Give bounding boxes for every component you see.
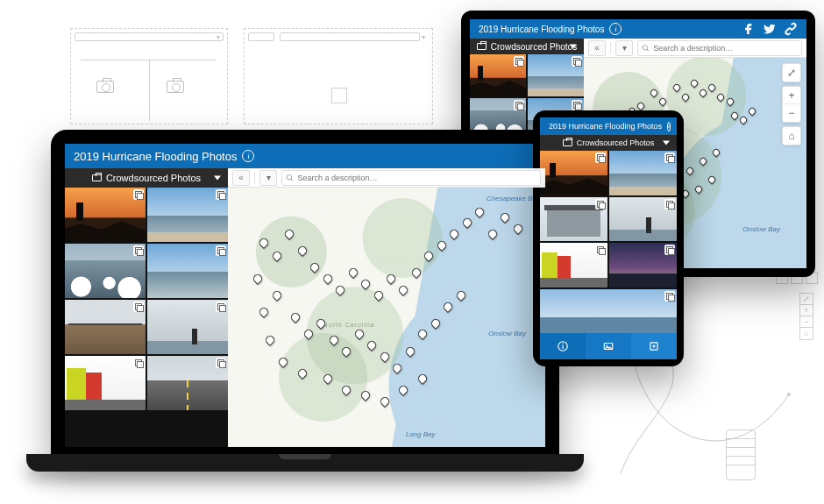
stack-icon [133,189,144,200]
app-title: 2019 Hurricane Flooding Photos [479,25,604,34]
photo-thumb[interactable] [147,188,228,242]
photo-thumb[interactable] [147,300,228,354]
photo-thumb[interactable] [609,151,677,195]
stack-icon [216,358,226,368]
device-laptop: 2019 Hurricane Flooding Photos i Crowdso… [51,130,559,456]
map-zoom-control[interactable]: +− [782,86,801,123]
photo-thumb[interactable] [470,54,526,96]
map-label: Chesapeake Bay [487,195,540,202]
svg-point-1 [787,393,791,396]
chevron-down-icon [663,141,670,146]
photo-thumb[interactable] [65,244,146,298]
stack-icon [216,302,226,312]
panel-title-bar[interactable]: Crowdsourced Photos [470,39,584,54]
map[interactable]: « ▾ Onslow Bay Long Bay Chesapeake Bay N… [228,168,545,447]
camera-icon [563,139,572,146]
filter-button[interactable]: ▾ [259,170,277,186]
stack-icon [572,100,582,110]
tab-add[interactable] [631,333,677,359]
photo-thumb[interactable] [528,54,584,96]
photo-thumb[interactable] [540,289,677,334]
tab-info[interactable] [540,333,586,359]
stack-icon [216,245,226,256]
map-toolbar: « ▾ [228,168,545,188]
laptop-notch [279,454,331,459]
stack-icon [216,189,226,200]
panel-title: Crowdsourced Photos [491,42,577,52]
panel-title-bar[interactable]: Crowdsourced Photos [65,168,228,188]
stack-icon [595,199,606,209]
search-input-wrap [637,40,802,56]
search-input[interactable] [298,174,536,182]
stack-icon [664,153,675,163]
wire-divider [149,60,150,121]
app-title: 2019 Hurricane Flooding Photos [549,122,662,131]
app-header: 2019 Hurricane Flooding Photos i [470,19,806,39]
map-expand-control[interactable]: ⤢ [782,63,801,82]
app-title: 2019 Hurricane Flooding Photos [74,150,237,163]
camera-icon [92,174,102,181]
photo-thumb[interactable] [65,188,146,242]
wire-panel-b: ▾ [244,28,433,124]
stack-icon [664,245,675,255]
wire-phone [726,429,756,480]
camera-icon [477,43,487,50]
stack-icon [514,100,524,110]
wire-mini-zoomstack: ⤢ + − ⌂ [799,291,813,340]
svg-rect-3 [562,345,563,349]
panel-title: Crowdsourced Photos [106,173,201,183]
stack-icon [664,199,675,209]
search-input-wrap [281,170,541,186]
twitter-icon[interactable] [763,22,777,36]
stack-icon [133,302,144,312]
facebook-icon[interactable] [742,22,756,36]
chevron-down-icon [570,45,577,49]
search-icon [286,174,295,182]
map-label: Onslow Bay [488,330,526,337]
link-icon[interactable] [784,22,798,36]
photo-thumb[interactable] [609,197,677,242]
bottom-tabs [540,333,677,359]
filter-button[interactable]: ▾ [615,40,633,56]
camera-icon [96,81,114,93]
app-header: 2019 Hurricane Flooding Photos i [65,144,545,168]
tab-gallery[interactable] [586,333,631,359]
svg-rect-4 [562,344,563,344]
photo-thumb[interactable] [147,244,228,298]
panel-title: Crowdsourced Photos [577,138,655,147]
map-label: North Carolina [323,322,375,328]
stack-icon [133,245,144,256]
map-label: Long Bay [406,430,436,438]
photo-grid [65,188,228,410]
info-icon[interactable]: i [667,122,671,131]
photo-thumb[interactable] [609,243,677,287]
search-input[interactable] [653,44,798,53]
photo-thumb[interactable] [540,243,607,287]
chevron-down-icon [214,176,221,181]
device-tablet-portrait: 2019 Hurricane Flooding Photos i Crowdso… [533,110,684,366]
stack-icon [595,245,606,255]
stack-icon [664,291,675,302]
photo-grid [540,151,677,333]
stack-icon [595,153,606,163]
photo-thumb[interactable] [65,356,146,410]
map-toolbar: « ▾ [584,39,806,58]
camera-icon [167,81,184,93]
photo-thumb[interactable] [65,300,146,354]
search-icon [642,44,650,53]
stack-icon [514,56,524,67]
info-icon[interactable]: i [242,150,254,162]
app-header: 2019 Hurricane Flooding Photos i [540,117,677,135]
map-label: Onslow Bay [742,225,780,233]
stack-icon [133,358,144,368]
photo-thumb[interactable] [147,356,228,410]
collapse-panel-button[interactable]: « [588,40,606,56]
map-glyph-icon [331,88,347,103]
photo-thumb[interactable] [540,151,607,195]
panel-title-bar[interactable]: Crowdsourced Photos [540,135,677,151]
collapse-panel-button[interactable]: « [232,170,250,186]
stack-icon [572,56,582,67]
info-icon[interactable]: i [609,23,622,35]
map-home-control[interactable]: ⌂ [782,126,801,146]
photo-thumb[interactable] [540,197,607,242]
